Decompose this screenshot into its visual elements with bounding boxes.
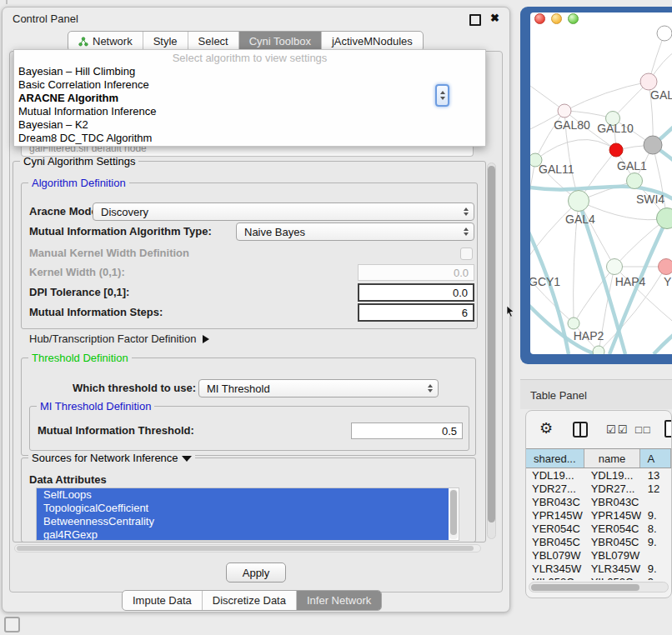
window-close-button[interactable] bbox=[534, 13, 545, 24]
tab-impute-data[interactable]: Impute Data bbox=[123, 591, 202, 610]
network-canvas[interactable]: GALGAL80GAL10GAL1GAL11SWI4GAL4GCY1HAP4YH… bbox=[530, 25, 672, 354]
network-edge[interactable] bbox=[530, 160, 535, 268]
table-row[interactable]: YBR043CYBR043C bbox=[526, 496, 671, 509]
tab-cyni-toolbox[interactable]: Cyni Toolbox bbox=[238, 32, 321, 51]
control-panel-title: Control Panel bbox=[13, 12, 78, 25]
mi-threshold-input[interactable]: 0.5 bbox=[351, 422, 463, 439]
close-icon[interactable]: ✖ bbox=[490, 12, 499, 25]
attribute-item[interactable]: gal4RGexp bbox=[37, 528, 449, 541]
settings-vertical-scrollbar[interactable] bbox=[487, 162, 496, 539]
manual-kernel-checkbox[interactable] bbox=[460, 248, 473, 260]
attribute-item[interactable]: BetweennessCentrality bbox=[37, 515, 449, 528]
data-attributes-label: Data Attributes bbox=[29, 471, 107, 489]
table-row[interactable]: YDR27...YDR27...12 bbox=[526, 482, 671, 496]
tab-label: Network bbox=[93, 35, 133, 48]
select-all-checkboxes-icon[interactable]: ☑☑ bbox=[606, 423, 629, 436]
network-node-label: GAL80 bbox=[554, 118, 590, 132]
network-edge[interactable] bbox=[530, 201, 579, 268]
table-window: ⚙ ☑☑ □□ shared... name A YDL19...YDL19..… bbox=[525, 410, 672, 598]
float-window-icon[interactable] bbox=[469, 14, 481, 26]
table-row[interactable]: YER054CYER054C8. bbox=[526, 522, 671, 536]
table-row[interactable]: YPR145WYPR145W9. bbox=[526, 509, 671, 522]
network-node-label: SWI4 bbox=[636, 192, 664, 206]
mi-type-select[interactable]: Naive Bayes bbox=[236, 222, 474, 241]
table-cell: 9. bbox=[641, 536, 671, 549]
tab-network[interactable]: Network bbox=[68, 32, 143, 51]
tab-select[interactable]: Select bbox=[188, 32, 238, 51]
scrollbar-thumb[interactable] bbox=[450, 490, 457, 535]
scrollbar-thumb[interactable] bbox=[488, 166, 495, 522]
dropdown-item-selected[interactable]: ARACNE Algorithm bbox=[14, 92, 485, 105]
attribute-item[interactable]: TopologicalCoefficient bbox=[37, 502, 449, 515]
attribute-item[interactable]: SelfLoops bbox=[37, 488, 449, 502]
network-node[interactable] bbox=[607, 259, 623, 275]
dropdown-item[interactable]: Bayesian – K2 bbox=[14, 118, 485, 132]
table-panel-header: Table Panel bbox=[520, 379, 672, 409]
network-node[interactable] bbox=[558, 104, 571, 118]
table-cell: 9 bbox=[641, 576, 671, 580]
dropdown-item[interactable]: Dream8 DC_TDC Algorithm bbox=[14, 132, 485, 145]
split-pane-icon[interactable] bbox=[573, 422, 588, 438]
window-minimize-button[interactable] bbox=[551, 13, 562, 24]
which-threshold-value: MI Threshold bbox=[207, 382, 270, 395]
tab-style[interactable]: Style bbox=[143, 32, 188, 51]
tab-jactivemnodules[interactable]: jActiveMNodules bbox=[321, 32, 423, 51]
network-node[interactable] bbox=[609, 143, 623, 157]
kernel-width-input[interactable]: 0.0 bbox=[358, 264, 474, 281]
dpi-tolerance-input[interactable]: 0.0 bbox=[358, 283, 474, 302]
hub-definition-expander[interactable]: Hub/Transcription Factor Definition bbox=[29, 332, 209, 345]
deselect-checkboxes-icon[interactable]: □□ bbox=[635, 423, 652, 436]
table-horizontal-scrollbar[interactable] bbox=[529, 582, 669, 592]
table-row[interactable]: YDL19...YDL19...13 bbox=[526, 469, 671, 482]
window-zoom-button[interactable] bbox=[568, 13, 579, 24]
settings-horizontal-scrollbar[interactable] bbox=[14, 544, 481, 552]
table-row[interactable]: YIL052CYIL052C9 bbox=[526, 576, 671, 580]
network-node[interactable] bbox=[568, 318, 579, 329]
hub-definition-label: Hub/Transcription Factor Definition bbox=[29, 332, 196, 345]
network-node-label: HAP4 bbox=[615, 275, 646, 288]
scrollbar-thumb[interactable] bbox=[531, 584, 639, 591]
dropdown-item[interactable]: Basic Correlation Inference bbox=[14, 78, 485, 92]
dropdown-item[interactable]: Mutual Information Inference bbox=[14, 105, 485, 118]
network-node[interactable] bbox=[657, 26, 672, 41]
mi-threshold-label: Mutual Information Threshold: bbox=[38, 422, 194, 440]
corner-toggle-button[interactable] bbox=[4, 617, 20, 632]
network-edge[interactable] bbox=[535, 140, 616, 161]
network-node-label: HAP2 bbox=[574, 329, 604, 342]
table-cell: 9. bbox=[641, 562, 671, 576]
table-row[interactable]: YBR045CYBR045C9. bbox=[526, 536, 671, 549]
network-node[interactable] bbox=[657, 208, 672, 229]
network-edge[interactable] bbox=[654, 332, 672, 354]
focused-spinner-fragment[interactable] bbox=[435, 84, 449, 107]
attributes-scrollbar[interactable] bbox=[449, 489, 458, 539]
network-node[interactable] bbox=[640, 73, 657, 90]
cyni-bottom-tabbar: Impute Data Discretize Data Infer Networ… bbox=[122, 590, 382, 611]
aracne-mode-select[interactable]: Discovery bbox=[93, 202, 474, 221]
network-node[interactable] bbox=[569, 191, 589, 212]
sources-group-title[interactable]: Sources for Network Inference bbox=[28, 452, 195, 464]
column-header-shared-name[interactable]: shared... bbox=[526, 449, 584, 468]
table-row[interactable]: YLR345WYLR345W9. bbox=[526, 562, 671, 576]
algorithm-definition-title: Algorithm Definition bbox=[28, 177, 129, 189]
tab-discretize-data[interactable]: Discretize Data bbox=[202, 591, 296, 610]
column-header-clipped[interactable]: A bbox=[640, 449, 671, 468]
column-header-name[interactable]: name bbox=[584, 449, 641, 468]
dropdown-item[interactable]: Bayesian – Hill Climbing bbox=[14, 65, 485, 78]
mi-type-value: Naive Bayes bbox=[244, 226, 305, 238]
tab-infer-network[interactable]: Infer Network bbox=[296, 591, 381, 610]
network-edge[interactable] bbox=[564, 82, 649, 111]
network-node[interactable] bbox=[627, 173, 643, 189]
control-panel-window: Control Panel ✖ Network Style Select Cyn… bbox=[2, 7, 510, 612]
table-row[interactable]: YBL079WYBL079W bbox=[526, 549, 671, 562]
document-icon[interactable] bbox=[664, 420, 672, 438]
network-node[interactable] bbox=[593, 346, 604, 354]
network-node[interactable] bbox=[644, 136, 662, 154]
which-threshold-select[interactable]: MI Threshold bbox=[198, 379, 439, 398]
apply-button[interactable]: Apply bbox=[226, 562, 286, 582]
gear-icon[interactable]: ⚙ bbox=[539, 420, 553, 437]
aracne-mode-label: Aracne Mode: bbox=[29, 202, 101, 221]
network-node[interactable] bbox=[659, 259, 672, 275]
table-cell: YLR345W bbox=[584, 562, 641, 576]
mi-steps-input[interactable]: 6 bbox=[358, 303, 474, 322]
scrollbar-thumb[interactable] bbox=[17, 546, 474, 551]
